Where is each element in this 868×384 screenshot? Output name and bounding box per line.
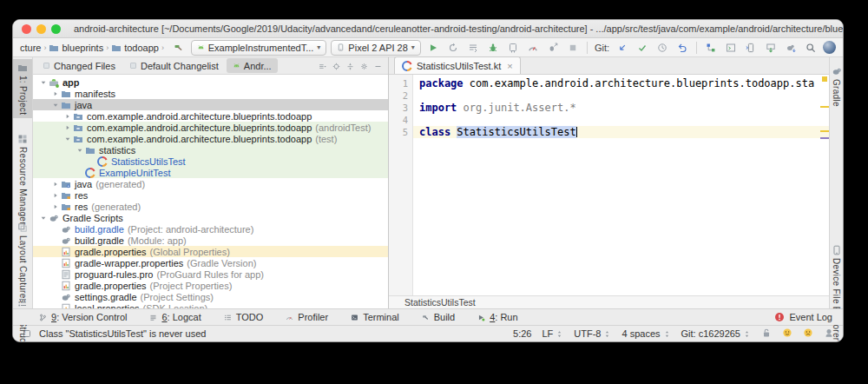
coverage-button[interactable] [465, 40, 481, 55]
status-segment[interactable]: 5:26 [513, 328, 531, 339]
tree-item[interactable]: local.properties(SDK Location) [33, 302, 388, 308]
breadcrumb-item[interactable]: cture [20, 43, 41, 53]
arrow-right-icon [50, 181, 61, 188]
close-window-button[interactable] [22, 24, 31, 34]
breadcrumb-item[interactable]: todoapp [111, 43, 159, 53]
tree-item[interactable]: Gradle Scripts [33, 212, 388, 223]
arrow-down-icon [62, 136, 73, 142]
status-segment[interactable]: Git: c1629265 [681, 328, 752, 339]
vcs-history-button[interactable] [654, 40, 670, 55]
vcs-rollback-button[interactable] [674, 40, 690, 55]
stripe-item-1-project[interactable]: 1: Project [13, 59, 32, 118]
search-everywhere-button[interactable] [803, 40, 819, 55]
view-options-button[interactable] [319, 58, 326, 74]
collapse-all-button[interactable] [346, 58, 354, 74]
tool-button-terminal[interactable]: Terminal [351, 312, 399, 322]
frown-button[interactable] [803, 328, 813, 340]
tree-item[interactable]: build.gradle(Module: app) [33, 235, 388, 246]
breadcrumb-item[interactable]: statistics [167, 43, 168, 53]
build-hammer-button[interactable] [171, 40, 187, 55]
tab-default-changelist[interactable]: Default Changelist [123, 58, 225, 73]
debug-button[interactable] [485, 40, 501, 55]
tool-button-build[interactable]: Build [422, 312, 455, 322]
status-segment[interactable]: UTF-8 [574, 328, 611, 339]
tree-item[interactable]: StatisticsUtilsTest [33, 156, 388, 167]
event-log-button[interactable]: Event Log [774, 312, 832, 322]
tool-button-6-logcat[interactable]: 6: Logcat [149, 312, 201, 322]
tree-item[interactable]: manifests [33, 88, 388, 99]
tab-changed-files[interactable]: Changed Files [36, 58, 122, 73]
run-button[interactable] [425, 40, 441, 55]
tree-item-name: app [62, 77, 80, 88]
rerun-button[interactable] [445, 40, 461, 55]
sdk-manager-button[interactable] [763, 40, 779, 55]
avatar[interactable] [823, 41, 836, 54]
attach-debugger-button[interactable] [545, 40, 561, 55]
tree-item-name: build.gradle [75, 224, 124, 235]
editor-area: StatisticsUtilsTest.kt × 12345 package c… [389, 57, 829, 308]
hide-button[interactable] [374, 58, 382, 74]
tree-item-name: res [75, 190, 88, 201]
tree-item[interactable]: com.example.android.architecture.bluepri… [33, 110, 388, 122]
tree-item[interactable]: com.example.android.architecture.bluepri… [33, 133, 388, 144]
status-segment[interactable]: 4 spaces [621, 328, 670, 339]
vcs-update-button[interactable] [615, 40, 630, 55]
toolbar-separator [587, 42, 588, 54]
breadcrumb-item[interactable]: blueprints [49, 43, 103, 53]
tree-item[interactable]: java(generated) [33, 178, 388, 189]
tool-button-4-run[interactable]: 4: Run [477, 312, 517, 322]
breadcrumb: cture›blueprints›todoapp›statistics›Stat… [20, 43, 168, 53]
tree-item[interactable]: settings.gradle(Project Settings) [33, 291, 388, 302]
stripe-item-gradle[interactable]: Gradle [830, 63, 843, 110]
smile-button[interactable] [782, 328, 792, 340]
tree-item[interactable]: proguard-rules.pro(ProGuard Rules for ap… [33, 268, 388, 280]
stripe-item-resource-manager[interactable]: Resource Manager [13, 130, 32, 228]
minimize-window-button[interactable] [36, 24, 46, 34]
tree-item[interactable]: res [33, 189, 388, 201]
run-config-select[interactable]: ExampleInstrumentedT...▾ [191, 40, 327, 56]
tree-item[interactable]: gradle.properties(Project Properties) [33, 280, 388, 291]
settings-gear-button[interactable] [360, 58, 368, 74]
tree-item[interactable]: app [33, 76, 388, 88]
editor-tab[interactable]: StatisticsUtilsTest.kt × [394, 56, 521, 74]
code-line [413, 89, 829, 102]
tree-item[interactable]: java [33, 99, 388, 110]
avd-manager-button[interactable] [743, 40, 759, 55]
tree-item[interactable]: statistics [33, 144, 388, 156]
attach-process-button[interactable] [505, 40, 521, 55]
tool-button-label: Build [434, 312, 455, 322]
status-segment[interactable]: LF [542, 328, 563, 339]
run-icon [428, 43, 438, 53]
code-editor[interactable]: 12345 package com.example.android.archit… [389, 75, 829, 295]
tree-item[interactable]: ExampleUnitTest [33, 167, 388, 178]
tree-item[interactable]: com.example.android.architecture.bluepri… [33, 122, 388, 133]
locate-button[interactable] [332, 58, 340, 74]
tool-button-9-version-control[interactable]: 9: Version Control [39, 312, 127, 322]
code-line: import org.junit.Assert.* [413, 102, 829, 114]
project-tree: appmanifestsjavacom.example.android.arch… [33, 75, 388, 308]
editor-breadcrumb-item[interactable]: StatisticsUtilsTest [404, 297, 476, 308]
code-token: class [419, 126, 450, 138]
tree-item[interactable]: gradle.properties(Global Properties) [33, 246, 388, 257]
device-select[interactable]: Pixel 2 API 28▾ [331, 40, 421, 56]
zoom-window-button[interactable] [51, 24, 61, 34]
close-tab-icon[interactable]: × [507, 61, 512, 71]
stripe-item-device-file-explorer[interactable]: Device File Explorer [830, 242, 843, 342]
tree-item[interactable]: res(generated) [33, 201, 388, 212]
editor-gutter[interactable]: 12345 [389, 75, 413, 295]
arrow-right-icon [50, 90, 61, 97]
lock-button[interactable] [761, 328, 772, 340]
tool-button-todo[interactable]: TODO [224, 312, 264, 322]
tab-andr[interactable]: Andr... [227, 58, 278, 73]
stop-button[interactable] [565, 40, 581, 55]
tree-item[interactable]: build.gradle(Project: android-architectu… [33, 223, 388, 235]
gradle-sync-button[interactable] [783, 40, 799, 55]
line-number: 1 [389, 77, 408, 89]
project-structure-button[interactable] [703, 40, 719, 55]
vcs-commit-button[interactable] [635, 40, 650, 55]
tree-item-annotation: (Module: app) [128, 235, 187, 246]
tree-item[interactable]: gradle-wrapper.properties(Gradle Version… [33, 257, 388, 268]
tool-button-profiler[interactable]: Profiler [286, 312, 328, 322]
profiler-button[interactable] [525, 40, 541, 55]
terminal-window-button[interactable] [723, 40, 739, 55]
